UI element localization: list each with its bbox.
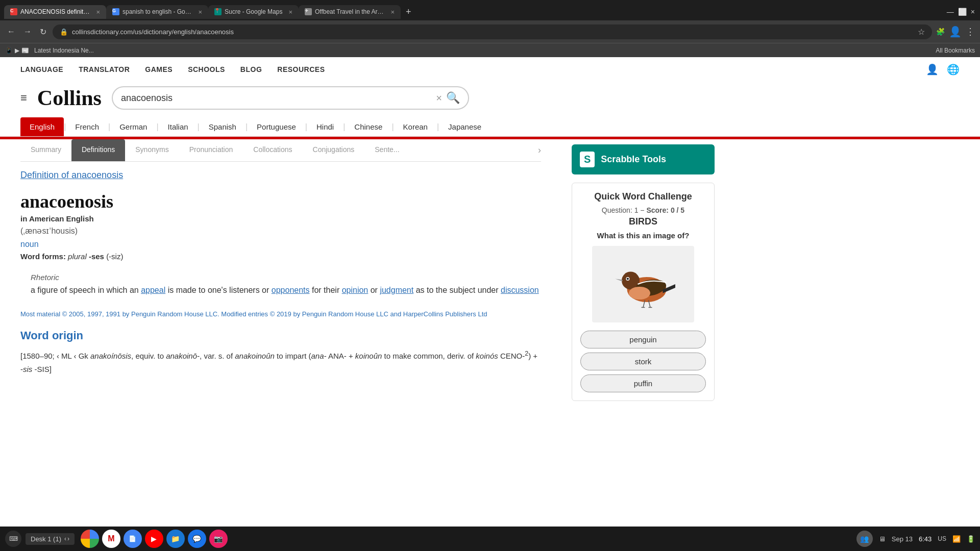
new-tab-button[interactable]: + [401, 5, 416, 19]
taskbar-files-icon[interactable]: 📁 [166, 530, 185, 548]
pos-link[interactable]: noun [20, 240, 39, 248]
nav-games[interactable]: GAMES [145, 65, 173, 73]
qwc-title: Quick Word Challenge [580, 191, 706, 202]
desk-switcher[interactable]: Desk 1 (1) ‹ › [26, 533, 75, 545]
secure-icon: 🔒 [60, 28, 68, 36]
browser-menu[interactable]: ⋮ [966, 26, 975, 37]
tab-3-title: Sucre - Google Maps [225, 8, 282, 15]
taskbar-gmail-icon[interactable]: M [102, 530, 120, 548]
tab-2-close[interactable]: × [198, 8, 202, 16]
taskbar: ⌨ Desk 1 (1) ‹ › M 📄 ▶ 📁 💬 📷 👥 🖥 [0, 527, 980, 551]
main-container: Summary Definitions Synonyms Pronunciati… [0, 139, 980, 406]
def-link-judgment[interactable]: judgment [380, 286, 413, 294]
lang-tab-hindi[interactable]: Hindi [307, 117, 343, 136]
nav-blog[interactable]: BLOG [240, 65, 262, 73]
site-header: LANGUAGE TRANSLATOR GAMES SCHOOLS BLOG R… [0, 57, 980, 137]
search-clear-button[interactable]: × [436, 92, 442, 104]
tab-scroll-right[interactable]: › [538, 145, 541, 156]
qwc-option-3[interactable]: puffin [580, 374, 706, 392]
lang-tab-japanese[interactable]: Japanese [439, 117, 491, 136]
tab-synonyms[interactable]: Synonyms [125, 139, 179, 161]
qwc-option-2[interactable]: stork [580, 353, 706, 370]
all-bookmarks-label[interactable]: All Bookmarks [936, 47, 975, 54]
youtube-icon: ▶ [15, 47, 19, 54]
tab-2[interactable]: G spanish to english - Google Se... × [106, 5, 208, 19]
address-text[interactable]: collinsdictionary.com/us/dictionary/engl… [72, 28, 914, 36]
desk-prev-arrow[interactable]: ‹ [64, 535, 66, 542]
user-icon[interactable]: 👤 [926, 63, 939, 76]
bookmark-item[interactable]: Latest Indonesia Ne... [31, 46, 97, 55]
address-bar[interactable]: 🔒 collinsdictionary.com/us/dictionary/en… [53, 24, 932, 39]
def-link-appeal[interactable]: appeal [141, 286, 165, 294]
copyright-notice: Most material © 2005, 1997, 1991 by Peng… [20, 309, 541, 319]
tab-4[interactable]: ✈ Offbeat Travel in the Argentini... × [299, 5, 401, 19]
extension-button[interactable]: 🧩 [936, 28, 945, 36]
lang-tab-chinese[interactable]: Chinese [345, 117, 391, 136]
tab-summary[interactable]: Summary [20, 139, 71, 161]
reload-button[interactable]: ↻ [38, 25, 48, 39]
taskbar-chrome-icon[interactable] [81, 530, 99, 548]
profile-icon[interactable]: 👤 [949, 26, 962, 38]
hamburger-menu[interactable]: ≡ [20, 91, 27, 105]
word-origin-title[interactable]: Word origin [20, 329, 541, 342]
nav-translator[interactable]: TRANSLATOR [79, 65, 130, 73]
tab-1[interactable]: C ANACOENOSIS definition in A... × [4, 5, 106, 19]
back-button[interactable]: ← [5, 25, 17, 38]
bookmark-star[interactable]: ☆ [918, 27, 925, 37]
tab-1-close[interactable]: × [96, 8, 100, 16]
lang-tab-portuguese[interactable]: Portuguese [248, 117, 305, 136]
globe-icon[interactable]: 🌐 [947, 63, 960, 76]
forward-button[interactable]: → [21, 25, 34, 38]
tab-definitions[interactable]: Definitions [71, 139, 125, 161]
nav-schools[interactable]: SCHOOLS [188, 65, 225, 73]
nav-resources[interactable]: RESOURCES [277, 65, 325, 73]
tab-pronunciation[interactable]: Pronunciation [179, 139, 243, 161]
minimize-button[interactable]: — [947, 8, 954, 16]
taskbar-chat-icon[interactable]: 💬 [188, 530, 206, 548]
taskbar-avatar[interactable]: 👥 [856, 531, 873, 547]
tab-3[interactable]: 📍 Sucre - Google Maps × [208, 5, 299, 19]
lang-tab-english[interactable]: English [20, 117, 64, 136]
taskbar-time: 6:43 [919, 535, 932, 543]
def-link-discussion[interactable]: discussion [501, 286, 539, 294]
tab-3-close[interactable]: × [288, 8, 292, 16]
lang-tab-spanish[interactable]: Spanish [200, 117, 246, 136]
lang-tab-korean[interactable]: Korean [394, 117, 437, 136]
desk-next-arrow[interactable]: › [67, 535, 69, 542]
search-button[interactable]: 🔍 [446, 91, 460, 105]
qwc-category: BIRDS [580, 216, 706, 227]
qwc-option-1[interactable]: penguin [580, 331, 706, 348]
search-bar[interactable]: × 🔍 [112, 86, 469, 110]
lang-tab-german[interactable]: German [110, 117, 156, 136]
favicon-maps: 📍 [214, 8, 222, 15]
def-link-opponents[interactable]: opponents [272, 286, 310, 294]
definition-header: Definition of anacoenosis [20, 162, 541, 185]
scrabble-tools-button[interactable]: S Scrabble Tools [572, 144, 715, 174]
scrabble-icon: S [580, 152, 595, 167]
tab-sentences[interactable]: Sente... [364, 139, 409, 161]
maximize-button[interactable]: ⬜ [958, 8, 967, 16]
lang-tab-italian[interactable]: Italian [159, 117, 198, 136]
definition-block: Rhetoric a figure of speech in which an … [20, 269, 541, 301]
tab-conjugations[interactable]: Conjugations [303, 139, 365, 161]
taskbar-docs-icon[interactable]: 📄 [124, 530, 142, 548]
nav-language[interactable]: LANGUAGE [20, 65, 63, 73]
taskbar-date: Sep 13 [892, 535, 913, 543]
search-input[interactable] [121, 93, 436, 104]
taskbar-battery-icon: 🔋 [967, 535, 975, 543]
qwc-score: Question: 1 − Score: 0 / 5 [580, 206, 706, 214]
desk-arrows: ‹ › [64, 535, 69, 542]
lang-tab-french[interactable]: French [66, 117, 108, 136]
tab-collocations[interactable]: Collocations [243, 139, 302, 161]
virtual-keyboard-button[interactable]: ⌨ [5, 531, 21, 547]
taskbar-other-icon[interactable]: 📷 [209, 530, 228, 548]
tab-4-close[interactable]: × [390, 8, 395, 16]
close-button[interactable]: × [971, 8, 975, 16]
bird-svg [607, 254, 679, 315]
language-tabs: English | French | German | Italian | Sp… [20, 117, 960, 136]
word-origin-section: Word origin [1580–90; ‹ ML ‹ Gk anakoínō… [20, 329, 541, 375]
def-link-opinion[interactable]: opinion [342, 286, 369, 294]
collins-logo[interactable]: Collins [37, 86, 102, 110]
desk-label: Desk 1 (1) [31, 535, 61, 543]
taskbar-youtube-icon[interactable]: ▶ [145, 530, 163, 548]
